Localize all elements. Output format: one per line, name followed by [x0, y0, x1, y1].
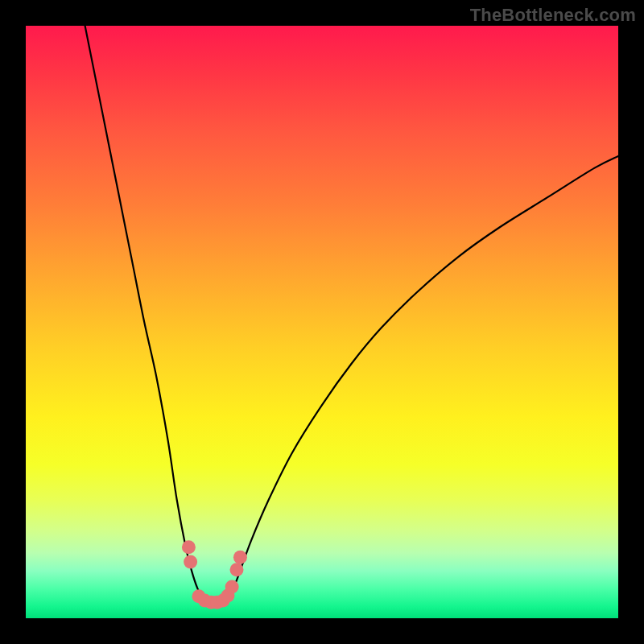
chart-frame: TheBottleneck.com: [0, 0, 644, 644]
marker-dot: [182, 540, 196, 554]
curve-line: [85, 26, 618, 604]
marker-dot: [230, 563, 244, 576]
curve-path-group: [85, 26, 618, 604]
marker-dot: [184, 555, 197, 569]
marker-dot: [225, 580, 239, 593]
plot-area: [26, 26, 618, 618]
marker-group: [182, 540, 247, 609]
watermark-text: TheBottleneck.com: [470, 5, 636, 26]
marker-dot: [233, 551, 247, 564]
chart-svg: [26, 26, 618, 618]
